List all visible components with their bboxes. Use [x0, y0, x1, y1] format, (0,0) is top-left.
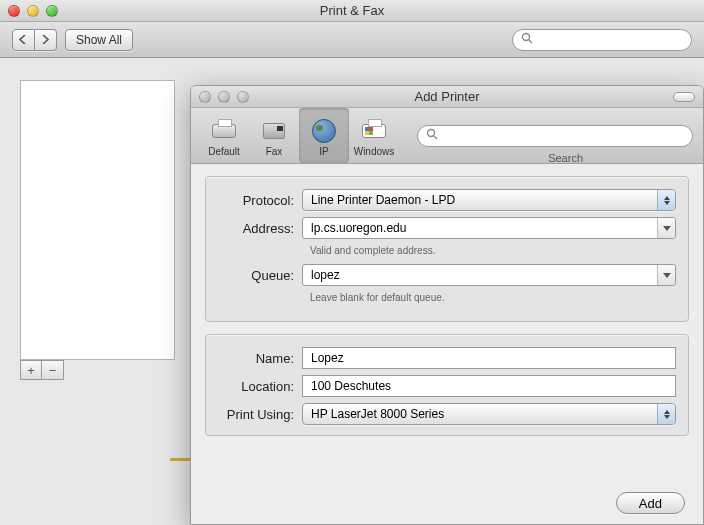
add-traffic-lights: [199, 91, 249, 103]
main-window-title: Print & Fax: [0, 3, 704, 18]
globe-icon: [310, 118, 338, 144]
traffic-lights: [8, 5, 58, 17]
queue-hint: Leave blank for default queue.: [310, 292, 676, 303]
search-icon: [521, 32, 533, 47]
main-titlebar: Print & Fax: [0, 0, 704, 22]
remove-printer-button[interactable]: −: [42, 360, 64, 380]
location-field[interactable]: [302, 375, 676, 397]
queue-label: Queue:: [218, 268, 302, 283]
fax-icon: [260, 118, 288, 144]
add-footer: Add: [616, 492, 685, 514]
svg-point-0: [523, 34, 530, 41]
add-window-title: Add Printer: [191, 89, 703, 104]
printer-icon: [210, 118, 238, 144]
svg-point-2: [428, 130, 435, 137]
add-body: Protocol: Line Printer Daemon - LPD Addr…: [191, 164, 703, 436]
name-field[interactable]: [302, 347, 676, 369]
printusing-label: Print Using:: [218, 407, 302, 422]
details-panel: Name: Location: Print Using: HP LaserJet…: [205, 334, 689, 436]
close-icon[interactable]: [199, 91, 211, 103]
close-icon[interactable]: [8, 5, 20, 17]
address-hint: Valid and complete address.: [310, 245, 676, 256]
queue-value: lopez: [311, 268, 340, 282]
address-field[interactable]: lp.cs.uoregon.edu: [302, 217, 676, 239]
show-all-button[interactable]: Show All: [65, 29, 133, 51]
add-printer-window: Add Printer Default Fax IP Windows Searc…: [190, 85, 704, 525]
search-label: Search: [548, 152, 583, 164]
updown-icon: [657, 404, 675, 424]
main-search-field[interactable]: [512, 29, 692, 51]
toolbar-windows-label: Windows: [354, 146, 395, 157]
add-search-field[interactable]: [417, 125, 693, 147]
toolbar-fax-label: Fax: [266, 146, 283, 157]
chevron-right-icon: [41, 35, 50, 44]
printusing-select[interactable]: HP LaserJet 8000 Series: [302, 403, 676, 425]
zoom-icon[interactable]: [46, 5, 58, 17]
connection-panel: Protocol: Line Printer Daemon - LPD Addr…: [205, 176, 689, 322]
search-icon: [426, 128, 438, 143]
location-label: Location:: [218, 379, 302, 394]
chevron-left-icon: [19, 35, 28, 44]
name-label: Name:: [218, 351, 302, 366]
svg-line-3: [434, 136, 437, 139]
add-button[interactable]: Add: [616, 492, 685, 514]
printusing-value: HP LaserJet 8000 Series: [311, 407, 444, 421]
zoom-icon[interactable]: [237, 91, 249, 103]
back-button[interactable]: [12, 29, 35, 51]
nav-buttons: [12, 29, 57, 51]
address-value: lp.cs.uoregon.edu: [311, 221, 406, 235]
minimize-icon[interactable]: [27, 5, 39, 17]
updown-icon: [657, 190, 675, 210]
protocol-value: Line Printer Daemon - LPD: [311, 193, 455, 207]
protocol-select[interactable]: Line Printer Daemon - LPD: [302, 189, 676, 211]
toolbar-fax[interactable]: Fax: [249, 108, 299, 163]
protocol-label: Protocol:: [218, 193, 302, 208]
toolbar-windows[interactable]: Windows: [349, 108, 399, 163]
chevron-down-icon[interactable]: [657, 218, 675, 238]
toolbar-ip[interactable]: IP: [299, 108, 349, 163]
forward-button[interactable]: [35, 29, 57, 51]
toolbar-ip-label: IP: [319, 146, 328, 157]
list-buttons: + −: [20, 360, 64, 380]
windows-printer-icon: [360, 118, 388, 144]
queue-field[interactable]: lopez: [302, 264, 676, 286]
toolbar-default[interactable]: Default: [199, 108, 249, 163]
chevron-down-icon[interactable]: [657, 265, 675, 285]
minimize-icon[interactable]: [218, 91, 230, 103]
add-toolbar: Default Fax IP Windows: [191, 108, 703, 164]
add-titlebar: Add Printer: [191, 86, 703, 108]
address-label: Address:: [218, 221, 302, 236]
printer-list[interactable]: [20, 80, 175, 360]
toolbar-toggle-button[interactable]: [673, 92, 695, 102]
toolbar-default-label: Default: [208, 146, 240, 157]
svg-line-1: [529, 40, 532, 43]
main-toolbar: Show All: [0, 22, 704, 58]
add-printer-button[interactable]: +: [20, 360, 42, 380]
